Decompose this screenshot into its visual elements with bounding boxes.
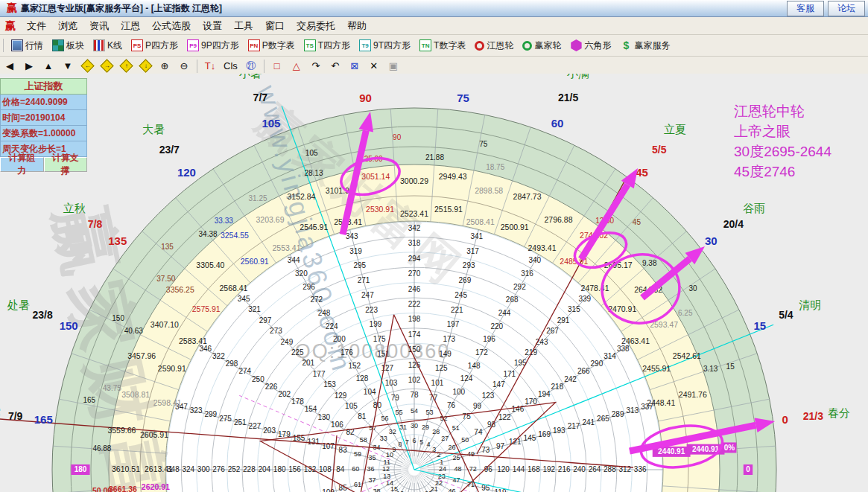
svg-text:23: 23	[438, 473, 446, 480]
svg-text:104: 104	[364, 388, 376, 396]
toolbar-item-9P四方形[interactable]: P99P四方形	[187, 39, 239, 52]
svg-text:30: 30	[688, 284, 697, 293]
menu-item-设置[interactable]: 设置	[197, 19, 228, 33]
svg-text:346: 346	[199, 345, 212, 353]
svg-text:75: 75	[457, 92, 469, 104]
titlebar-button-service[interactable]: 客服	[787, 1, 824, 16]
menu-item-交易委托[interactable]: 交易委托	[291, 19, 341, 33]
svg-text:3051.14: 3051.14	[361, 172, 390, 181]
toolbar-item-赢家轮[interactable]: 赢家轮	[522, 39, 561, 52]
tri-up-icon[interactable]: ▲	[42, 60, 54, 71]
menu-item-帮助[interactable]: 帮助	[341, 19, 373, 33]
svg-text:83: 83	[339, 446, 348, 454]
svg-text:2553.41: 2553.41	[273, 243, 301, 252]
menu-item-窗口[interactable]: 窗口	[259, 19, 291, 33]
menu-item-浏览[interactable]: 浏览	[52, 19, 83, 33]
nav-right-icon[interactable]: ▶	[23, 60, 35, 71]
toolbar-item-行情[interactable]: 行情	[11, 39, 43, 52]
svg-text:60: 60	[352, 465, 359, 473]
svg-text:立夏: 立夏	[664, 123, 686, 135]
svg-text:29: 29	[422, 424, 429, 431]
svg-text:106: 106	[331, 421, 343, 429]
svg-text:21/6: 21/6	[352, 74, 372, 76]
diamond-up-icon: ↑	[119, 59, 133, 72]
toolbar-item-江恩轮[interactable]: 江恩轮	[475, 39, 513, 52]
menu-item-文件[interactable]: 文件	[21, 19, 52, 33]
svg-text:18.75: 18.75	[486, 163, 504, 171]
triangle-tool-icon[interactable]: △	[291, 60, 302, 71]
quote-panel: 上证指数 价格=2440.9099时间=20190104变换系数=1.00000…	[0, 78, 87, 172]
svg-text:272: 272	[310, 295, 323, 304]
svg-text:240: 240	[573, 465, 586, 473]
tri-down-icon[interactable]: ▼	[62, 60, 74, 71]
svg-text:2463.41: 2463.41	[621, 336, 650, 345]
toolbar-item-六角形[interactable]: 六角形	[570, 39, 611, 52]
box-x-icon[interactable]: ⊠	[349, 60, 361, 71]
svg-text:252: 252	[228, 465, 241, 473]
gann-wheel-canvas[interactable]: QQ:100800360www.yingjia360.com赢家财富网赢家财富网…	[0, 74, 868, 492]
rotate-ccw-icon[interactable]: ↶	[329, 60, 341, 71]
nav-left-icon[interactable]: ◀	[4, 60, 16, 71]
toolbar-item-9T四方形[interactable]: T99T四方形	[359, 39, 411, 52]
svg-text:5/4: 5/4	[779, 309, 793, 321]
toolbar-item-赢家服务[interactable]: $赢家服务	[620, 39, 670, 52]
main-toolbar: 行情板块K线PSP四方形P99P四方形PNP数字表TST四方形T99T四方形TN…	[0, 35, 868, 57]
svg-text:15: 15	[726, 362, 735, 371]
svg-text:172: 172	[475, 348, 488, 357]
calendar-21-icon[interactable]: ㉑	[245, 60, 257, 71]
menu-bar: 赢 文件浏览资讯江恩公式选股设置工具窗口交易委托帮助	[0, 17, 868, 35]
winner-wheel-icon	[522, 41, 532, 51]
toolbar-item-T数字表[interactable]: TNT数字表	[419, 39, 466, 52]
clear-tool-icon[interactable]: ▣	[387, 60, 399, 71]
t-arrow-icon[interactable]: T↓	[204, 60, 216, 71]
zoom-in-icon[interactable]: ⊕	[159, 60, 171, 71]
svg-text:27: 27	[441, 435, 449, 442]
svg-text:292: 292	[513, 283, 526, 291]
svg-text:33.33: 33.33	[215, 217, 233, 225]
rect-tool-icon[interactable]: □	[271, 60, 283, 71]
svg-text:53: 53	[425, 409, 433, 416]
toolbar-item-T四方形[interactable]: TST四方形	[304, 39, 350, 52]
svg-text:177: 177	[313, 370, 326, 378]
toolbar-label-P四方形: P四方形	[145, 39, 178, 52]
menu-item-资讯[interactable]: 资讯	[83, 19, 115, 33]
cls-button[interactable]: Cls	[224, 60, 238, 71]
diamond-down-icon[interactable]: ↓	[139, 61, 151, 71]
svg-text:3000.29: 3000.29	[400, 176, 428, 185]
scale-tool-icon[interactable]: ✕	[368, 60, 380, 71]
svg-text:73: 73	[481, 446, 490, 454]
svg-text:26: 26	[449, 444, 456, 451]
svg-text:50: 50	[461, 436, 469, 444]
svg-text:338: 338	[617, 345, 630, 353]
svg-text:3.13: 3.13	[703, 365, 718, 373]
menu-item-公式选股[interactable]: 公式选股	[146, 19, 197, 33]
toolbar-item-P数字表[interactable]: PNP数字表	[248, 39, 295, 52]
menu-item-工具[interactable]: 工具	[228, 19, 259, 33]
svg-text:294: 294	[408, 255, 421, 263]
svg-text:处暑: 处暑	[7, 298, 30, 311]
zoom-out-icon[interactable]: ⊖	[178, 60, 190, 71]
toolbar-label-K线: K线	[107, 39, 122, 52]
titlebar-button-forum[interactable]: 论坛	[828, 1, 865, 16]
diamond-up-icon[interactable]: ↑	[120, 61, 132, 71]
svg-text:130: 130	[317, 413, 330, 421]
diamond-right-icon[interactable]: →	[101, 61, 113, 71]
annotation-line-4: 45度2746	[734, 162, 831, 182]
svg-text:21.88: 21.88	[425, 153, 444, 162]
svg-text:251: 251	[234, 418, 247, 426]
calc-support-button[interactable]: 计算支撑	[44, 157, 88, 172]
svg-text:248: 248	[318, 309, 331, 317]
toolbar-item-板块[interactable]: 板块	[52, 39, 84, 52]
toolbar-item-P四方形[interactable]: PSP四方形	[131, 39, 178, 52]
menu-item-江恩[interactable]: 江恩	[115, 19, 146, 33]
rotate-cw-icon[interactable]: ↷	[310, 60, 322, 71]
toolbar-item-K线[interactable]: K线	[93, 39, 122, 52]
svg-text:56: 56	[381, 415, 389, 422]
svg-text:219: 219	[525, 348, 537, 357]
svg-text:2545.91: 2545.91	[300, 223, 328, 231]
svg-text:38: 38	[373, 488, 380, 492]
svg-text:5: 5	[419, 438, 423, 446]
calc-resistance-button[interactable]: 计算阻力	[0, 157, 44, 172]
diamond-left-icon[interactable]: ←	[81, 61, 93, 71]
svg-text:165: 165	[83, 396, 95, 404]
